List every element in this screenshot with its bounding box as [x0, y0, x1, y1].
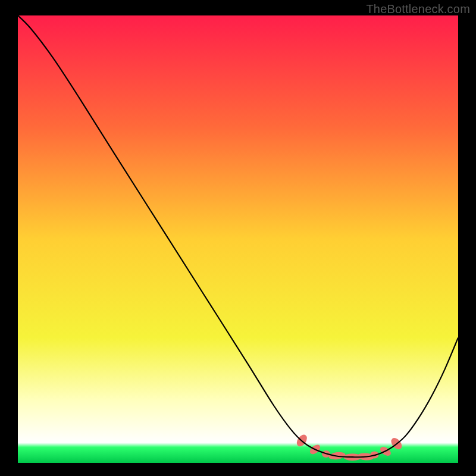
bottleneck-chart — [0, 0, 476, 476]
chart-stage: TheBottleneck.com — [0, 0, 476, 476]
watermark-label: TheBottleneck.com — [366, 2, 470, 16]
gradient-background — [18, 15, 458, 463]
